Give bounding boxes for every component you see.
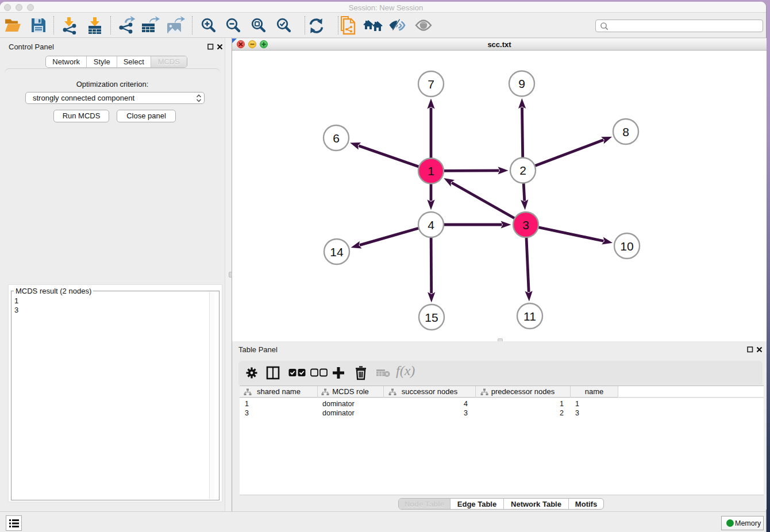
svg-text:8: 8 [622,125,629,138]
svg-text:7: 7 [428,78,434,91]
svg-text:1: 1 [428,164,434,178]
svg-text:11: 11 [523,310,536,323]
svg-text:14: 14 [330,245,344,259]
svg-text:6: 6 [333,132,340,145]
svg-text:2: 2 [519,164,526,177]
svg-text:4: 4 [428,218,434,232]
svg-text:3: 3 [522,218,529,232]
svg-text:15: 15 [425,311,438,324]
svg-text:10: 10 [620,240,633,253]
svg-text:9: 9 [518,77,525,90]
